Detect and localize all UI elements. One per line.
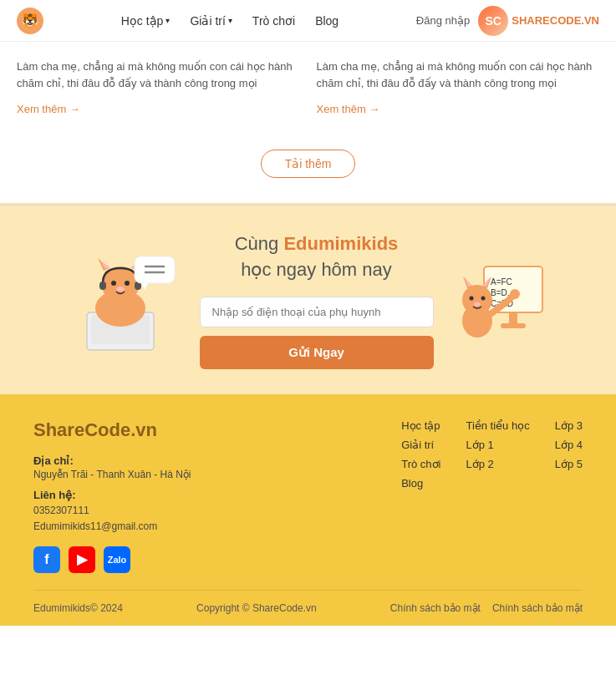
card-2: Làm cha mẹ, chẳng ai mà không muốn con c… [317, 50, 600, 124]
footer-nav: Học tập Giải trí Trò chơi Blog Tiền tiểu… [401, 419, 583, 573]
chevron-down-icon: ▾ [228, 16, 232, 25]
svg-marker-16 [141, 283, 148, 290]
svg-point-10 [116, 287, 125, 292]
footer-link-trochoi[interactable]: Trò chơi [401, 458, 440, 470]
promo-section: Cùng Edumimikids học ngay hôm nay Gửi Ng… [0, 206, 616, 394]
footer-nav-col-2: Tiền tiểu học Lớp 1 Lớp 2 [466, 419, 529, 573]
svg-point-30 [481, 297, 485, 301]
footer-bottom: Edumimikids© 2024 Copyright © ShareCode.… [33, 590, 583, 626]
promo-right-illustration: A=FC B=D. C=ED [459, 250, 542, 350]
footer-link-lop1[interactable]: Lớp 1 [466, 439, 529, 451]
right-cat-svg: A=FC B=D. C=ED [459, 250, 551, 358]
footer-link-tieuhoc[interactable]: Tiền tiểu học [466, 419, 529, 432]
svg-rect-13 [135, 256, 175, 283]
svg-point-8 [111, 281, 116, 286]
footer-left: ShareCode.vn Địa chỉ: Nguyễn Trãi - Than… [33, 419, 384, 573]
svg-rect-22 [501, 323, 526, 328]
brand-label: SHARECODE.VN [512, 14, 599, 27]
footer-link-blog[interactable]: Blog [401, 477, 440, 490]
footer-nav-col-1: Học tập Giải trí Trò chơi Blog [401, 419, 440, 573]
footer-policy-links: Chính sách bảo mật Chính sách bảo mật [390, 602, 583, 614]
svg-text:B=D.: B=D. [491, 288, 510, 297]
svg-point-29 [469, 297, 473, 301]
card-1: Làm cha mẹ, chẳng ai mà không muốn con c… [17, 50, 300, 124]
promo-title: Cùng Edumimikids học ngay hôm nay [200, 231, 434, 283]
nav-item-giaitri[interactable]: Giải trí ▾ [190, 14, 232, 28]
header: 🐯 Học tập ▾ Giải trí ▾ Trò chơi Blog Đăn… [0, 0, 616, 42]
promo-center: Cùng Edumimikids học ngay hôm nay Gửi Ng… [200, 231, 434, 369]
footer-phone: 0352307111 [33, 503, 384, 519]
brand-logo: SC SHARECODE.VN [478, 6, 599, 36]
footer-contact-label: Liên hệ: [33, 489, 384, 501]
footer-link-lop2[interactable]: Lớp 2 [466, 458, 529, 470]
footer-link-giaitri[interactable]: Giải trí [401, 439, 440, 451]
promo-brand: Edumimikids [283, 233, 398, 254]
left-cat-svg [74, 250, 183, 358]
card-1-desc: Làm cha mẹ, chẳng ai mà không muốn con c… [17, 58, 300, 91]
svg-text:A=FC: A=FC [491, 277, 512, 287]
brand-icon: SC [478, 6, 508, 36]
footer-link-lop3[interactable]: Lớp 3 [555, 419, 583, 432]
nav-item-hoctap[interactable]: Học tập ▾ [121, 14, 171, 28]
footer-nav-col-3: Lớp 3 Lớp 4 Lớp 5 [555, 419, 583, 573]
footer-link-lop4[interactable]: Lớp 4 [555, 439, 583, 451]
svg-rect-21 [509, 312, 517, 325]
youtube-icon[interactable]: ▶ [69, 546, 95, 573]
svg-rect-11 [99, 282, 106, 290]
chevron-down-icon: ▾ [165, 16, 170, 25]
footer-link-lop5[interactable]: Lớp 5 [555, 458, 583, 470]
footer-logo: ShareCode.vn [33, 419, 384, 441]
facebook-icon[interactable]: f [33, 546, 60, 573]
card-2-link[interactable]: Xem thêm → [317, 103, 380, 115]
footer-top: ShareCode.vn Địa chỉ: Nguyễn Trãi - Than… [33, 419, 583, 590]
promo-left-illustration [74, 250, 175, 350]
footer-email: Edumimikids11@gmail.com [33, 519, 384, 535]
footer-socials: f ▶ Zalo [33, 546, 384, 573]
load-more-button[interactable]: Tải thêm [261, 150, 356, 178]
logo-icon: 🐯 [17, 8, 43, 34]
card-2-desc: Làm cha mẹ, chẳng ai mà không muốn con c… [317, 58, 600, 91]
footer-address-val: Nguyễn Trãi - Thanh Xuân - Hà Nội [33, 469, 384, 480]
footer-link-hoctap[interactable]: Học tập [401, 419, 440, 432]
policy-link-2[interactable]: Chính sách bảo mật [492, 602, 583, 614]
logo[interactable]: 🐯 [17, 8, 43, 34]
submit-button[interactable]: Gửi Ngay [200, 336, 434, 369]
nav-item-blog[interactable]: Blog [315, 14, 339, 28]
phone-input[interactable] [200, 297, 434, 327]
footer-copyright-center: Copyright © ShareCode.vn [196, 602, 317, 614]
main-nav: Học tập ▾ Giải trí ▾ Trò chơi Blog [121, 14, 339, 28]
load-more-area: Tải thêm [0, 141, 616, 203]
nav-item-trochoi[interactable]: Trò chơi [252, 14, 295, 28]
footer-copyright-left: Edumimikids© 2024 [33, 602, 123, 614]
header-right: Đăng nhập SC SHARECODE.VN [416, 6, 599, 36]
svg-point-31 [474, 302, 481, 307]
svg-point-9 [125, 281, 130, 286]
footer: ShareCode.vn Địa chỉ: Nguyễn Trãi - Than… [0, 394, 616, 626]
policy-link-1[interactable]: Chính sách bảo mật [390, 602, 481, 614]
login-link[interactable]: Đăng nhập [416, 14, 470, 27]
svg-point-32 [510, 289, 520, 299]
svg-point-24 [462, 285, 492, 315]
footer-address-label: Địa chỉ: [33, 454, 384, 467]
card-1-link[interactable]: Xem thêm → [17, 103, 80, 115]
content-cards: Làm cha mẹ, chẳng ai mà không muốn con c… [0, 42, 616, 141]
zalo-icon[interactable]: Zalo [104, 546, 130, 573]
